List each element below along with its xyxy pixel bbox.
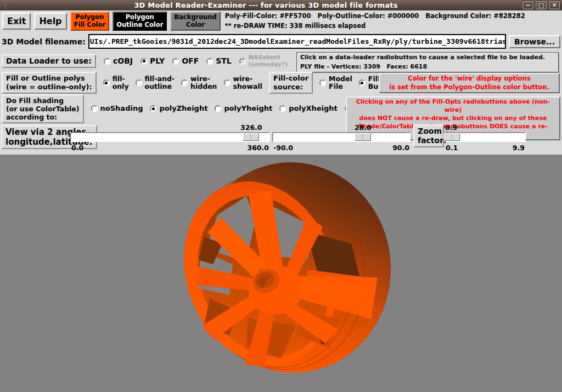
shading-label: Do Fill shading (or use ColorTable) acco… (2, 94, 84, 123)
radio-circle-icon (91, 105, 98, 112)
radio-noshading[interactable]: noShading (91, 105, 143, 113)
wire-color-note: Color for the 'wire' display options is … (379, 73, 560, 93)
radio-circle-icon (359, 79, 366, 86)
polygon-outline-color-button[interactable]: Polygon Outline Color (113, 12, 167, 31)
radio-circle-icon (150, 105, 156, 112)
radio-circle-icon (319, 79, 326, 86)
maximize-button-icon[interactable]: □ (536, 1, 547, 9)
radio-polyzheight[interactable]: polyZheight (150, 105, 207, 113)
radio-circle-icon (136, 79, 142, 86)
loader-info-line2: PLY file - Vertices: 3309 Faces: 6618 (300, 63, 555, 72)
filename-value: UIs/.PREP_tkGooies/9031d_2012dec24_3Dmod… (90, 37, 506, 46)
title-bar: 3D Model Reader-Examiner --- for various… (0, 0, 562, 10)
zoom-trough[interactable] (445, 132, 526, 142)
model-canvas (0, 155, 562, 392)
polygon-fill-color-button[interactable]: Polygon Fill Color (70, 12, 110, 31)
zoom-factor-label: Zoom factor: (413, 124, 444, 147)
latitude-slider[interactable]: 28.0 -90.0 90.0 (272, 123, 411, 153)
radio-nasshort-disabled: NASshort (someday?) (239, 54, 288, 68)
radio-cobj[interactable]: cOBJ (104, 56, 133, 65)
radio-circle-icon (279, 105, 286, 112)
radio-circle-icon (172, 58, 179, 65)
window-icon (3, 2, 9, 8)
radio-model-file[interactable]: Model File (319, 75, 352, 91)
radio-wire-showall[interactable]: wire- showall (224, 75, 262, 91)
fill-color-source-label: Fill-color source: (269, 72, 313, 93)
color-info-text: Poly-Fill-Color: #FF5700 Poly-Outline-Co… (225, 12, 525, 31)
longitude-slider[interactable]: 326.0 0.0 360.0 (70, 123, 270, 153)
radio-fill-only[interactable]: fill- only (103, 75, 129, 91)
radio-stl[interactable]: STL (206, 56, 232, 65)
background-color-button[interactable]: Background Color (170, 12, 220, 31)
longitude-handle[interactable] (243, 133, 259, 141)
latitude-handle[interactable] (355, 133, 371, 141)
latitude-max: 90.0 (392, 144, 409, 152)
fill-options-label: Fill or Outline polys (wire = outline-on… (2, 72, 97, 93)
longitude-min: 0.0 (71, 144, 83, 152)
radio-fill-and-outline[interactable]: fill-and- outline (136, 75, 175, 91)
browse-button[interactable]: Browse... (509, 35, 560, 48)
radio-circle-icon (181, 79, 188, 86)
latitude-trough[interactable] (272, 132, 411, 142)
radio-circle-icon (215, 105, 221, 112)
zoom-min: 0.1 (446, 144, 458, 152)
radio-wire-hidden[interactable]: wire- hidden (181, 75, 217, 91)
filename-row: 3D Model filename: UIs/.PREP_tkGooies/90… (0, 32, 562, 51)
color-info-line1: Poly-Fill-Color: #FF5700 Poly-Outline-Co… (225, 12, 525, 21)
radio-ply[interactable]: PLY (140, 56, 165, 65)
help-button[interactable]: Help (34, 13, 66, 30)
radio-circle-icon (239, 58, 246, 65)
loader-info-box: Click on a data-loader radiobutton to ca… (296, 52, 559, 72)
radio-off[interactable]: OFF (172, 56, 199, 65)
shading-row: Do Fill shading (or use ColorTable) acco… (0, 94, 562, 123)
loader-info-line1: Click on a data-loader radiobutton to ca… (300, 53, 555, 63)
window-title: 3D Model Reader-Examiner --- for various… (9, 1, 522, 9)
close-button-icon[interactable]: ✕ (549, 1, 560, 9)
turbine-model (0, 155, 562, 392)
radio-circle-icon (140, 58, 147, 65)
zoom-value: 0.9 (445, 123, 457, 132)
data-loader-label: Data Loader to use: (2, 54, 96, 68)
longitude-trough[interactable] (70, 132, 270, 142)
view-controls-row: View via 2 angles longitude,latitude: 32… (0, 123, 562, 155)
data-loader-row: Data Loader to use: cOBJ PLY OFF STL NAS… (0, 51, 562, 71)
filename-input[interactable]: UIs/.PREP_tkGooies/9031d_2012dec24_3Dmod… (88, 34, 506, 49)
longitude-max: 360.0 (247, 144, 269, 152)
fill-options-row: Fill or Outline polys (wire = outline-on… (0, 71, 562, 94)
radio-polyxheight[interactable]: polyXheight (279, 105, 338, 113)
zoom-max: 9.9 (513, 144, 525, 152)
exit-button[interactable]: Exit (2, 13, 31, 30)
radio-circle-icon (104, 58, 110, 65)
zoom-slider[interactable]: 0.9 0.1 9.9 (445, 123, 526, 153)
filename-label: 3D Model filename: (2, 37, 86, 46)
radio-polyyheight[interactable]: polyYheight (215, 105, 272, 113)
longitude-value: 326.0 (240, 123, 262, 132)
radio-circle-icon (103, 79, 110, 86)
redraw-time-text: ** re-DRAW TIME: 338 millisecs elapsed (225, 21, 525, 31)
radio-circle-icon (206, 58, 213, 65)
latitude-value: 28.0 (355, 123, 372, 132)
radio-circle-icon (224, 79, 231, 86)
toolbar: Exit Help Polygon Fill Color Polygon Out… (0, 10, 562, 32)
minimize-button-icon[interactable]: − (522, 1, 533, 9)
window-controls: − □ ✕ (522, 1, 560, 9)
zoom-handle[interactable] (443, 133, 460, 141)
latitude-min: -90.0 (273, 144, 293, 152)
